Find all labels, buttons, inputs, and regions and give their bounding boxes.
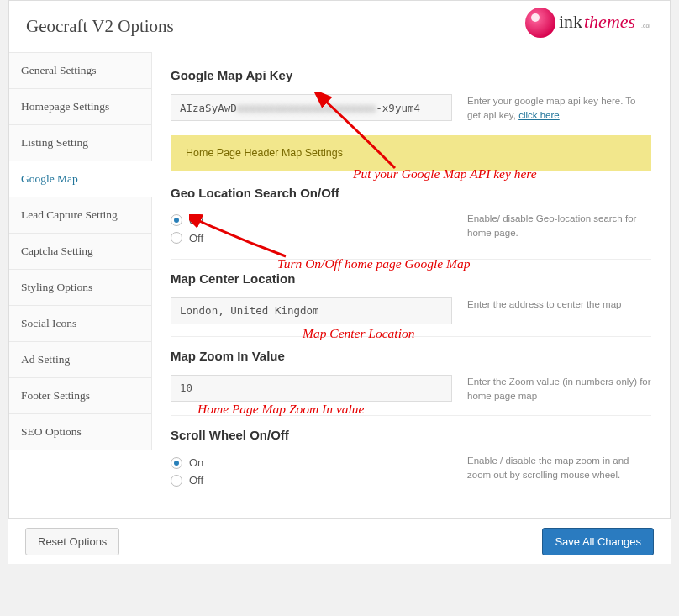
inkthemes-logo: ink themes .com [524,3,650,46]
section-title-scroll: Scroll Wheel On/Off [171,428,651,442]
sidebar-item-styling[interactable]: Styling Options [9,269,152,306]
main-content: Google Map Api Key AIzaSyAwDxxxxxxxxxxxx… [152,53,670,518]
svg-text:ink: ink [559,11,582,32]
api-key-desc: Enter your google map api key here. To g… [467,94,651,124]
map-zoom-input[interactable] [171,375,452,402]
sidebar-item-social[interactable]: Social Icons [9,305,152,342]
sidebar-item-lead-capture[interactable]: Lead Capture Setting [9,197,152,234]
radio-icon [171,232,182,244]
sidebar-item-listing[interactable]: Listing Setting [9,124,152,161]
save-button[interactable]: Save All Changes [542,528,654,555]
radio-icon [171,475,182,487]
sidebar-item-homepage[interactable]: Homepage Settings [9,88,152,125]
radio-icon [171,457,182,469]
panel-header: Geocraft V2 Options ink themes .com [9,1,670,53]
svg-text:themes: themes [584,11,635,32]
map-center-input[interactable] [171,297,452,324]
sidebar-item-footer[interactable]: Footer Settings [9,377,152,414]
map-center-desc: Enter the address to center the map [467,297,651,312]
section-bar-header-map: Home Page Header Map Settings [171,135,651,171]
sidebar-item-ad[interactable]: Ad Setting [9,341,152,378]
geo-search-off[interactable]: Off [171,229,452,247]
map-zoom-desc: Enter the Zoom value (in numbers only) f… [467,375,651,404]
sidebar-item-seo[interactable]: SEO Options [9,413,152,450]
section-title-api-key: Google Map Api Key [171,68,651,82]
sidebar-item-google-map[interactable]: Google Map [9,161,152,197]
api-key-input[interactable]: AIzaSyAwDxxxxxxxxxxxxxxxxxxxxxx-x9yum4 [171,94,452,121]
scroll-off[interactable]: Off [171,471,452,489]
scroll-desc: Enable / disable the map zoom in and zoo… [467,454,651,483]
section-title-center: Map Center Location [171,271,651,286]
svg-point-0 [525,8,555,38]
reset-button[interactable]: Reset Options [25,528,119,555]
scroll-on[interactable]: On [171,454,452,471]
svg-point-1 [531,13,540,22]
svg-text:.com: .com [641,23,650,29]
geo-search-on[interactable]: On [171,212,452,229]
section-title-geo-search: Geo Location Search On/Off [171,186,651,200]
geo-search-desc: Enable/ disable Geo-location search for … [467,212,651,241]
radio-icon [171,214,182,226]
settings-sidebar: General Settings Homepage Settings Listi… [9,53,152,518]
section-title-zoom: Map Zoom In Value [171,349,651,363]
sidebar-item-captcha[interactable]: Captcha Setting [9,233,152,270]
footer-bar: Reset Options Save All Changes [8,519,671,564]
api-key-link[interactable]: click here [518,110,560,120]
sidebar-item-general[interactable]: General Settings [9,52,152,89]
